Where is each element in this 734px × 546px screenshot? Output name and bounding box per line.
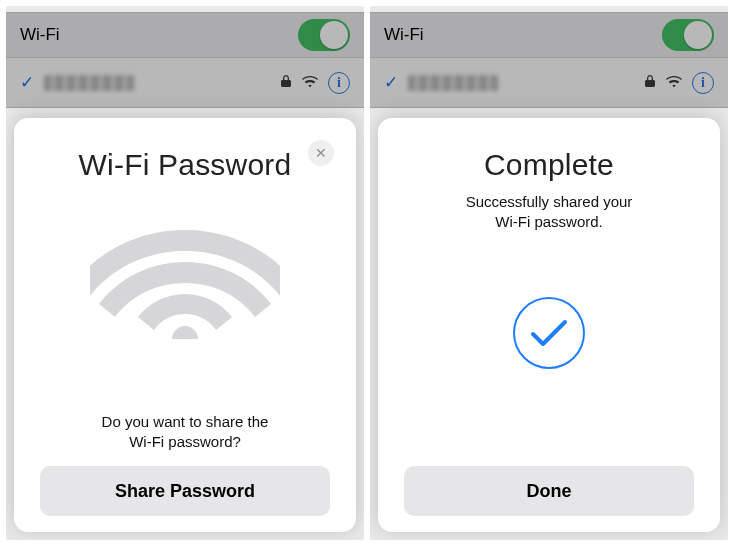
success-check-icon	[513, 297, 585, 369]
wifi-signal-icon	[666, 73, 682, 93]
sheet-title: Complete	[484, 148, 614, 182]
info-icon[interactable]: i	[328, 72, 350, 94]
wifi-network-row[interactable]: ✓ i	[370, 58, 728, 108]
share-password-button[interactable]: Share Password	[40, 466, 330, 516]
wifi-signal-icon	[302, 73, 318, 93]
complete-sheet: Complete Successfully shared your Wi-Fi …	[378, 118, 720, 532]
wifi-section-label: Wi-Fi	[20, 25, 298, 45]
wifi-toggle[interactable]	[298, 19, 350, 51]
lock-icon	[280, 73, 292, 93]
sheet-title: Wi-Fi Password	[79, 148, 292, 182]
checkmark-icon: ✓	[20, 72, 34, 93]
sheet-message: Do you want to share the Wi-Fi password?	[78, 412, 293, 467]
wifi-toggle[interactable]	[662, 19, 714, 51]
sheet-message: Successfully shared your Wi-Fi password.	[442, 192, 657, 233]
lock-icon	[644, 73, 656, 93]
screenshot-right: Wi-Fi ✓ i Complete Successfully	[370, 6, 728, 540]
screenshot-left: Wi-Fi ✓ i ✕ Wi-Fi Password	[6, 6, 364, 540]
wifi-toggle-row: Wi-Fi	[6, 12, 364, 58]
info-icon[interactable]: i	[692, 72, 714, 94]
network-name-redacted	[44, 75, 134, 91]
wifi-large-icon	[90, 208, 280, 347]
share-password-sheet: ✕ Wi-Fi Password Do you want to share th…	[14, 118, 356, 532]
close-icon[interactable]: ✕	[308, 140, 334, 166]
wifi-toggle-row: Wi-Fi	[370, 12, 728, 58]
network-name-redacted	[408, 75, 498, 91]
checkmark-icon: ✓	[384, 72, 398, 93]
done-button[interactable]: Done	[404, 466, 694, 516]
wifi-section-label: Wi-Fi	[384, 25, 662, 45]
wifi-network-row[interactable]: ✓ i	[6, 58, 364, 108]
